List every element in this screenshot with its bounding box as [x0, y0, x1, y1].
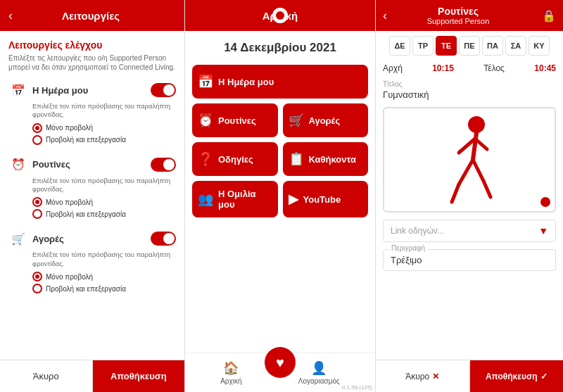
- btn-tasks[interactable]: 📋 Καθήκοντα: [283, 142, 369, 176]
- walking-figure-svg: [441, 114, 498, 206]
- feature-routines: ⏰ Ρουτίνες Επιλέξτε τον τύπο πρόσβασης τ…: [8, 155, 176, 220]
- btn-guides[interactable]: ❓ Οδηγίες: [192, 142, 278, 176]
- back-arrow-3-icon[interactable]: ‹: [383, 8, 387, 23]
- panel1-footer: Άκυρο Αποθήκευση: [0, 360, 184, 392]
- version-text: 0.1.58 (125): [342, 384, 372, 391]
- my-day-radio-edit[interactable]: Προβολή και επεξεργασία: [32, 135, 176, 145]
- link-dropdown[interactable]: Link οδηγών... ▼: [383, 220, 556, 242]
- radio-label-edit: Προβολή και επεξεργασία: [46, 136, 126, 144]
- vodafone-logo-icon: [272, 8, 288, 23]
- home-grid: 📅 Η Ημέρα μου ⏰ Ρουτίνες 🛒 Αγορές ❓ Οδηγ…: [192, 65, 368, 217]
- svg-line-4: [459, 160, 473, 184]
- title-field-label: Τίτλος: [383, 80, 556, 88]
- radio-label-shopping-view: Μόνο προβολή: [46, 273, 93, 281]
- routines-radio-view[interactable]: Μόνο προβολή: [32, 197, 176, 207]
- routines-btn-label: Ρουτίνες: [218, 115, 256, 126]
- panel3-content: Τίτλος Γυμναστική L: [376, 76, 563, 360]
- tasks-btn-label: Καθήκοντα: [309, 154, 356, 165]
- footer-account[interactable]: 👤 Λογαριασμός: [298, 360, 340, 385]
- svg-line-5: [452, 184, 459, 202]
- radio-dot-1: [32, 123, 42, 133]
- account-icon: 👤: [311, 360, 327, 376]
- cancel-button[interactable]: Άκυρο: [0, 360, 93, 392]
- btn-routines[interactable]: ⏰ Ρουτίνες: [192, 103, 278, 137]
- panel3-title-sub: Supported Person: [391, 17, 525, 25]
- shopping-radio-group: Μόνο προβολή Προβολή και επεξεργασία: [32, 272, 176, 293]
- section-desc: Επιλέξτε τις λειτουργίες που ο/η Support…: [8, 53, 176, 72]
- my-day-toggle[interactable]: [151, 83, 176, 97]
- footer-home-label: Αρχική: [220, 377, 241, 385]
- svg-line-6: [473, 160, 483, 181]
- shopping-desc: Επιλέξτε τον τύπο πρόσβασης του παραλήπτ…: [32, 251, 176, 268]
- shopping-icon: 🛒: [8, 229, 28, 248]
- start-label: Αρχή: [383, 63, 403, 73]
- panel3-title-main: Ρουτίνες: [391, 6, 525, 18]
- day-tab-de[interactable]: ΔΕ: [389, 36, 410, 56]
- section-title: Λειτουργίες ελέγχου: [8, 39, 176, 51]
- routines-radio-group: Μόνο προβολή Προβολή και επεξεργασία: [32, 197, 176, 219]
- panel1-title: Λειτουργίες: [18, 10, 163, 22]
- feature-shopping-row: 🛒 Αγορές: [8, 229, 176, 248]
- panel3-title-block: Ρουτίνες Supported Person: [391, 6, 525, 26]
- description-field: Περιγραφή Τρέξιμο: [383, 249, 556, 271]
- shopping-radio-view[interactable]: Μόνο προβολή: [32, 272, 176, 282]
- day-tab-tr[interactable]: ΤΡ: [412, 36, 434, 56]
- footer-center-button[interactable]: ♥: [265, 347, 296, 378]
- speech-btn-icon: 👥: [198, 191, 213, 207]
- heart-icon: ♥: [276, 355, 284, 371]
- btn-youtube[interactable]: ▶ YouTube: [283, 181, 369, 217]
- youtube-btn-icon: ▶: [289, 191, 298, 207]
- tasks-btn-icon: 📋: [289, 151, 304, 167]
- day-tab-pa[interactable]: ΠΑ: [482, 36, 503, 56]
- description-field-label: Περιγραφή: [389, 244, 427, 252]
- day-tab-sa[interactable]: ΣΑ: [505, 36, 526, 56]
- panel-home: Αρχική 14 Δεκεμβρίου 2021 📅 Η Ημέρα μου …: [185, 0, 376, 392]
- shopping-btn-icon: 🛒: [289, 113, 304, 128]
- my-day-radio-group: Μόνο προβολή Προβολή και επεξεργασία: [32, 123, 176, 145]
- cancel-label-3: Άκυρο: [405, 372, 429, 381]
- my-day-desc: Επιλέξτε τον τύπο πρόσβασης του παραλήπτ…: [32, 102, 176, 120]
- time-row: Αρχή 10:15 Τέλος 10:45: [376, 61, 563, 76]
- day-tab-ky[interactable]: ΚΥ: [529, 36, 550, 56]
- feature-routines-row: ⏰ Ρουτίνες: [8, 155, 176, 175]
- shopping-toggle[interactable]: [151, 232, 176, 246]
- radio-dot-4: [32, 209, 42, 219]
- cancel-button-3[interactable]: Άκυρο ✕: [376, 360, 470, 392]
- day-tab-te[interactable]: ΤΕ: [436, 36, 457, 56]
- btn-speech[interactable]: 👥 Η Ομιλία μου: [192, 181, 278, 217]
- my-day-btn-label: Η Ημέρα μου: [218, 77, 274, 87]
- save-button-3[interactable]: Αποθήκευση ✓: [470, 360, 564, 392]
- save-button[interactable]: Αποθήκευση: [93, 360, 185, 392]
- save-check-icon: ✓: [540, 372, 548, 381]
- my-day-radio-view[interactable]: Μόνο προβολή: [32, 123, 176, 133]
- link-label: Link οδηγών...: [391, 226, 445, 236]
- radio-label-view-only: Μόνο προβολή: [46, 124, 93, 132]
- feature-my-day: 📅 Η Ημέρα μου Επιλέξτε τον τύπο πρόσβαση…: [8, 80, 176, 145]
- radio-dot-2: [32, 135, 42, 145]
- btn-shopping[interactable]: 🛒 Αγορές: [283, 103, 369, 137]
- guides-btn-label: Οδηγίες: [218, 154, 253, 165]
- footer-home[interactable]: 🏠 Αρχική: [220, 360, 241, 385]
- start-time[interactable]: 10:15: [432, 63, 454, 73]
- feature-my-day-label: 📅 Η Ημέρα μου: [8, 80, 88, 100]
- guides-btn-icon: ❓: [198, 151, 213, 167]
- routines-icon: ⏰: [8, 155, 28, 175]
- feature-routines-label: ⏰ Ρουτίνες: [8, 155, 70, 175]
- end-time[interactable]: 10:45: [534, 63, 556, 73]
- day-tab-pe[interactable]: ΠΕ: [459, 36, 480, 56]
- panel2-content: 14 Δεκεμβρίου 2021 📅 Η Ημέρα μου ⏰ Ρουτί…: [185, 31, 375, 353]
- radio-dot-5: [32, 272, 42, 282]
- panel1-header: ‹ Λειτουργίες: [0, 0, 184, 31]
- btn-my-day[interactable]: 📅 Η Ημέρα μου: [192, 65, 368, 99]
- radio-dot-6: [32, 284, 42, 293]
- cancel-x-icon: ✕: [432, 372, 439, 381]
- my-day-icon: 📅: [8, 80, 28, 100]
- dropdown-arrow-icon: ▼: [538, 225, 548, 236]
- svg-line-7: [483, 181, 491, 197]
- back-arrow-icon[interactable]: ‹: [8, 8, 13, 23]
- radio-label-shopping-edit: Προβολή και επεξεργασία: [46, 285, 126, 293]
- routines-radio-edit[interactable]: Προβολή και επεξεργασία: [32, 209, 176, 219]
- shopping-radio-edit[interactable]: Προβολή και επεξεργασία: [32, 284, 176, 293]
- routines-toggle[interactable]: [151, 158, 176, 172]
- description-field-value[interactable]: Τρέξιμο: [391, 255, 548, 265]
